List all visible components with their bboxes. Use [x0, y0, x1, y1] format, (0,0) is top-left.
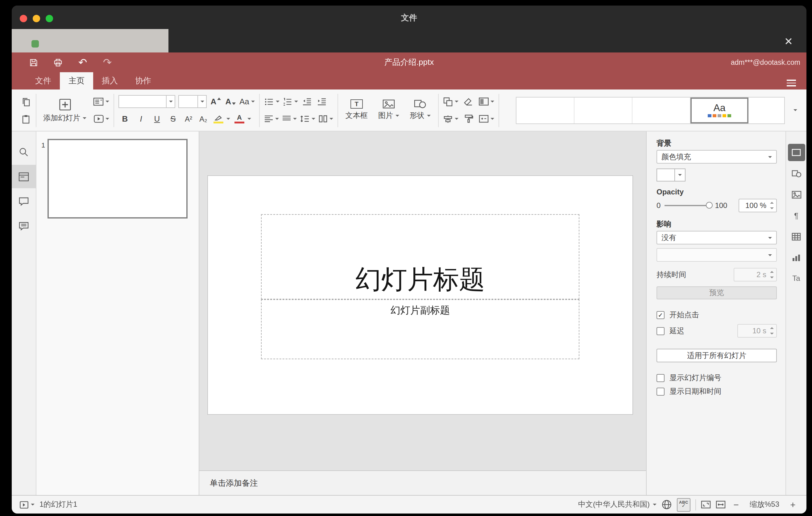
chevron-down-icon	[227, 118, 230, 120]
color-scheme-button[interactable]	[479, 95, 494, 108]
bold-button[interactable]: B	[118, 112, 132, 125]
shape-settings-button[interactable]	[788, 165, 805, 182]
vertical-align-button[interactable]	[282, 112, 297, 125]
increase-font-button[interactable]: A	[210, 95, 222, 108]
slides-panel-button[interactable]	[12, 165, 36, 188]
hamburger-menu-button[interactable]	[784, 80, 798, 86]
chevron-down-icon	[768, 237, 772, 238]
copy-button[interactable]	[20, 95, 31, 108]
arrange-icon	[443, 96, 453, 107]
slides-icon	[19, 172, 29, 181]
theme-gallery-expand-button[interactable]	[789, 96, 802, 124]
insert-textbox-button[interactable]: T 文本框	[343, 93, 371, 127]
theme-option[interactable]	[575, 97, 633, 123]
tab-home[interactable]: 主页	[60, 72, 93, 89]
slide[interactable]: 幻灯片标题 幻灯片副标题	[208, 176, 633, 414]
opacity-spinner[interactable]: 100 %	[738, 199, 777, 212]
notes-area[interactable]: 单击添加备注	[199, 470, 646, 495]
tab-insert[interactable]: 插入	[93, 72, 126, 89]
increase-indent-button[interactable]	[316, 95, 328, 108]
redo-button[interactable]: ↷	[99, 55, 115, 70]
decrease-indent-button[interactable]	[301, 95, 313, 108]
save-button[interactable]	[25, 55, 41, 70]
highlight-color-button[interactable]	[212, 112, 230, 125]
horizontal-align-button[interactable]	[264, 112, 279, 125]
insert-image-button[interactable]: 图片	[375, 93, 402, 127]
zoom-in-button[interactable]: +	[787, 499, 799, 510]
add-slide-button[interactable]: 添加幻灯片	[41, 97, 89, 123]
paragraph-settings-button[interactable]: ¶	[788, 207, 805, 224]
theme-option[interactable]	[749, 97, 784, 123]
zoom-out-button[interactable]: −	[730, 499, 742, 510]
delay-checkbox[interactable]	[657, 327, 665, 335]
theme-option[interactable]	[633, 97, 691, 123]
subtitle-placeholder[interactable]: 幻灯片副标题	[261, 299, 579, 359]
insert-shape-button[interactable]: 形状	[407, 93, 434, 127]
clear-style-button[interactable]	[463, 95, 474, 108]
fit-slide-icon	[701, 500, 711, 509]
textart-settings-button[interactable]: Ta	[788, 270, 805, 287]
undo-button[interactable]: ↶	[75, 55, 91, 70]
slide-thumbnail[interactable]	[48, 139, 187, 219]
font-name-select[interactable]	[118, 95, 175, 108]
background-color-picker[interactable]	[657, 169, 686, 181]
language-select[interactable]: 中文(中华人民共和国)	[578, 499, 657, 510]
table-settings-button[interactable]	[788, 228, 805, 245]
delay-spinner[interactable]: 10 s	[737, 324, 777, 338]
chevron-down-icon	[491, 118, 494, 120]
font-color-button[interactable]: A	[233, 112, 251, 125]
search-panel-button[interactable]	[12, 140, 36, 164]
underline-button[interactable]: U	[150, 112, 164, 125]
slide-size-button[interactable]	[479, 112, 494, 125]
bullets-button[interactable]	[264, 95, 280, 108]
align-shape-button[interactable]	[443, 112, 459, 125]
preview-slideshow-button[interactable]	[93, 112, 109, 125]
decrease-font-button[interactable]: A	[225, 95, 236, 108]
preview-transition-button[interactable]: 预览	[657, 286, 777, 299]
slider-knob[interactable]	[705, 202, 712, 209]
font-size-select[interactable]	[178, 95, 207, 108]
columns-button[interactable]	[318, 112, 333, 125]
feedback-panel-button[interactable]	[12, 214, 36, 238]
apply-to-all-slides-button[interactable]: 适用于所有幻灯片	[657, 349, 777, 362]
highlight-pen-icon	[214, 114, 223, 121]
paste-icon	[21, 114, 31, 124]
effect-label: 影响	[657, 220, 777, 228]
comments-panel-button[interactable]	[12, 190, 36, 213]
duration-spinner[interactable]: 2 s	[734, 268, 777, 282]
tab-collaboration[interactable]: 协作	[126, 72, 160, 89]
arrange-shape-button[interactable]	[443, 95, 459, 108]
transition-type-select[interactable]	[657, 248, 777, 262]
chart-settings-button[interactable]	[788, 249, 805, 266]
strikethrough-button[interactable]: S	[167, 112, 179, 125]
transition-effect-select[interactable]: 没有	[657, 231, 777, 245]
theme-option[interactable]	[517, 97, 575, 123]
slide-settings-button[interactable]	[788, 144, 805, 161]
subscript-button[interactable]: A₂	[198, 112, 209, 125]
show-datetime-checkbox[interactable]	[657, 387, 665, 395]
change-layout-button[interactable]	[93, 95, 109, 108]
copy-style-button[interactable]	[463, 112, 474, 125]
opacity-slider[interactable]	[664, 205, 711, 206]
start-slideshow-status-button[interactable]	[20, 501, 34, 508]
background-fill-select[interactable]: 颜色填充	[657, 150, 777, 164]
superscript-button[interactable]: A²	[183, 112, 194, 125]
print-button[interactable]	[50, 55, 66, 70]
change-case-button[interactable]: Aa	[239, 95, 255, 108]
tab-file[interactable]: 文件	[27, 72, 60, 89]
theme-option-selected[interactable]: Aa	[691, 97, 749, 123]
close-icon[interactable]: ✕	[781, 33, 796, 49]
numbering-button[interactable]	[283, 95, 298, 108]
image-settings-button[interactable]	[788, 186, 805, 203]
set-document-language-button[interactable]	[662, 499, 672, 510]
fit-to-width-button[interactable]	[716, 500, 726, 509]
line-spacing-button[interactable]	[300, 112, 315, 125]
fit-to-slide-button[interactable]	[701, 500, 711, 509]
play-slide-icon	[20, 501, 28, 508]
show-slide-number-checkbox[interactable]	[657, 374, 665, 382]
title-placeholder[interactable]: 幻灯片标题	[261, 214, 579, 299]
paste-button[interactable]	[20, 112, 31, 125]
spellcheck-button[interactable]: ABC ✓	[677, 498, 691, 511]
start-on-click-checkbox[interactable]: ✓	[657, 311, 665, 319]
italic-button[interactable]: I	[135, 112, 147, 125]
